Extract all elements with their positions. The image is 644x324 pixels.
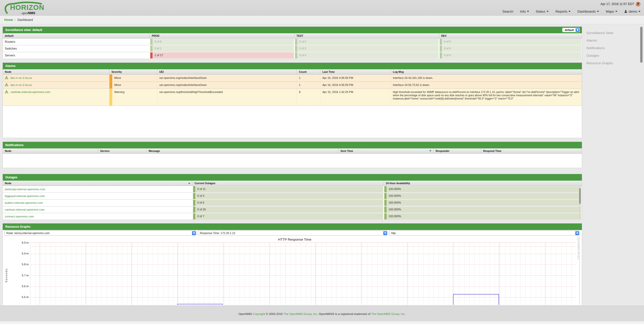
alarm-count: 8 bbox=[297, 89, 320, 106]
alarm-last-time: Apr 15, 2016 1:42:25 PM bbox=[320, 89, 391, 106]
breadcrumb-current: Dashboard bbox=[17, 18, 33, 22]
column-header-log-msg[interactable]: Log Msg bbox=[391, 69, 582, 74]
dashboard-side-nav: Surveillance View Alarms Notifications O… bbox=[586, 31, 637, 69]
surveillance-category: Servers bbox=[3, 52, 150, 59]
current-outages-cell: 0 of 11 bbox=[193, 186, 383, 192]
alarms-table-header: Node Severity UEI Count Last Time Log Ms… bbox=[3, 69, 582, 75]
sidebar-item-notifications[interactable]: Notifications bbox=[586, 46, 637, 50]
nav-info[interactable]: Info bbox=[520, 10, 529, 13]
status-cell[interactable]: 0 of 0 bbox=[440, 39, 581, 45]
window-scrollbar-thumb[interactable] bbox=[640, 27, 642, 63]
sidebar-item-outages[interactable]: Outages bbox=[586, 54, 637, 57]
sidebar-item-resource-graphs[interactable]: Resource Graphs bbox=[586, 61, 637, 65]
status-cell[interactable]: 0 of 8 bbox=[150, 39, 294, 45]
status-cell[interactable]: 0 of 0 bbox=[440, 52, 581, 58]
resource-graphs-panel-header: Resource Graphs bbox=[3, 223, 582, 230]
availability-cell: 100.000% bbox=[384, 193, 581, 199]
column-header-node[interactable]: Node bbox=[3, 181, 193, 186]
column-header-severity[interactable]: Severity bbox=[109, 69, 157, 74]
alarms-panel: Alarms Node Severity UEI Count Last Time… bbox=[3, 62, 582, 138]
outages-panel: Outages Node Current Outages 24 Hour Ava… bbox=[3, 174, 582, 220]
current-outages-cell: 0 of 3 bbox=[193, 193, 383, 199]
column-header-node[interactable]: Node bbox=[3, 148, 98, 153]
status-cell-critical[interactable]: 1 of 17 bbox=[150, 52, 294, 58]
column-header-sent-time[interactable]: Sent Time bbox=[338, 148, 434, 153]
column-header-uei[interactable]: UEI bbox=[157, 69, 297, 74]
column-header-prod[interactable]: PROD bbox=[150, 33, 294, 38]
column-header-service[interactable]: Service bbox=[98, 148, 147, 153]
notifications-panel: Notifications Node Service Message Sent … bbox=[3, 142, 582, 168]
user-icon bbox=[624, 10, 627, 13]
nav-status[interactable]: Status bbox=[536, 10, 549, 13]
surveillance-view-select[interactable]: default bbox=[562, 28, 580, 32]
node-select[interactable]: Node: kenny.internal.opennms.com bbox=[4, 231, 196, 236]
breadcrumb-separator: / bbox=[15, 18, 16, 22]
column-header-node[interactable]: Node bbox=[3, 69, 109, 74]
sidebar-item-alarms[interactable]: Alarms bbox=[586, 39, 637, 42]
outage-node-link[interactable]: connect.opennms.com bbox=[5, 215, 34, 218]
alarm-uei: uei.opennms.org/threshold/highThresholdE… bbox=[157, 89, 297, 106]
nav-maps[interactable]: Maps bbox=[606, 10, 617, 13]
opennms-horizon-logo[interactable]: HORIZON openNMS bbox=[4, 1, 46, 15]
alarm-node-link[interactable]: cartman.internal.opennms.com bbox=[11, 90, 50, 93]
opennms-group-link[interactable]: The OpenNMS Group, Inc. bbox=[371, 312, 406, 315]
notifications-panel-header: Notifications bbox=[3, 142, 582, 148]
alarm-node-link[interactable]: twc-rr-nc-2-la-ca bbox=[11, 83, 32, 86]
graph-type-select[interactable]: http bbox=[389, 231, 580, 236]
alarm-uei: uei.opennms.org/nodes/interfaceDown bbox=[157, 82, 297, 88]
resource-select[interactable]: Response Time: 172.20.1.12 bbox=[198, 231, 388, 236]
logo-title: HORIZON bbox=[10, 4, 44, 12]
select-stepper-icon bbox=[383, 231, 387, 235]
column-header-24h-availability[interactable]: 24 Hour Availability bbox=[384, 181, 582, 186]
chevron-down-icon bbox=[527, 11, 529, 12]
table-row: Switches 0 of 1 0 of 0 0 of 0 bbox=[3, 45, 582, 52]
alarm-row: twc-rr-nc-2-la-ca Minor uei.opennms.org/… bbox=[3, 82, 582, 89]
chevron-down-icon bbox=[638, 11, 640, 12]
chart-line-segment bbox=[453, 294, 499, 305]
current-outages-cell: 0 of 20 bbox=[193, 207, 383, 213]
alarm-log-msg: High threshold exceeded for SNMP datasou… bbox=[391, 89, 582, 106]
severity-color-strip bbox=[109, 75, 112, 81]
column-header-current-outages[interactable]: Current Outages bbox=[193, 181, 384, 186]
alarm-severity: Minor bbox=[114, 76, 121, 79]
y-tick: 6.0 m bbox=[5, 241, 29, 244]
notices-off-icon[interactable] bbox=[636, 2, 640, 7]
copyright-link[interactable]: Copyright bbox=[253, 312, 265, 315]
breadcrumb: Home / Dashboard bbox=[0, 16, 644, 24]
column-header-count[interactable]: Count bbox=[297, 69, 320, 74]
column-header-respond-time[interactable]: Respond Time bbox=[481, 148, 582, 153]
sidebar-item-surveillance-view[interactable]: Surveillance View bbox=[586, 31, 637, 35]
column-header-dev[interactable]: DEV bbox=[439, 33, 582, 38]
alarm-node-link[interactable]: twc-rr-nc-2-la-ca bbox=[11, 76, 32, 79]
nav-reports[interactable]: Reports bbox=[555, 10, 571, 13]
alarms-panel-header: Alarms bbox=[3, 63, 582, 69]
outage-node-link[interactable]: cartman.internal.opennms.com bbox=[5, 208, 45, 211]
nav-user-menu[interactable]: demo bbox=[624, 10, 640, 13]
nav-search[interactable]: Search bbox=[503, 10, 513, 13]
outage-node-link[interactable]: butters.internal.opennms.com bbox=[5, 201, 43, 204]
sort-descending-icon bbox=[429, 150, 431, 152]
select-stepper-icon bbox=[192, 231, 196, 235]
column-header-responder[interactable]: Responder bbox=[434, 148, 481, 153]
chart-title: HTTP Response Time bbox=[237, 238, 353, 241]
outage-node-link[interactable]: biggayal.internal.opennms.com bbox=[5, 195, 45, 198]
scrollbar-thumb[interactable] bbox=[579, 188, 581, 204]
breadcrumb-home-link[interactable]: Home bbox=[4, 18, 13, 22]
chevron-down-icon bbox=[547, 11, 549, 12]
status-cell[interactable]: 0 of 0 bbox=[440, 46, 581, 52]
severity-color-strip bbox=[109, 82, 112, 88]
status-cell[interactable]: 0 of 1 bbox=[150, 46, 294, 52]
status-cell[interactable]: 0 of 0 bbox=[295, 52, 439, 58]
status-cell[interactable]: 0 of 0 bbox=[295, 39, 439, 45]
alarm-warning-icon bbox=[5, 90, 8, 93]
outage-node-link[interactable]: barbrady.internal.opennms.com bbox=[5, 188, 45, 191]
column-header-default[interactable]: default bbox=[3, 33, 150, 38]
column-header-test[interactable]: TEST bbox=[294, 33, 439, 38]
top-header: HORIZON openNMS Apr 17, 2016 11:57 EDT S… bbox=[0, 0, 644, 16]
column-header-last-time[interactable]: Last Time bbox=[320, 69, 391, 74]
sort-ascending-icon bbox=[188, 182, 190, 184]
status-cell[interactable]: 0 of 0 bbox=[295, 46, 439, 52]
nav-dashboards[interactable]: Dashboards bbox=[577, 10, 599, 13]
column-header-message[interactable]: Message bbox=[147, 148, 338, 153]
opennms-group-link[interactable]: The OpenNMS Group, Inc. bbox=[283, 312, 318, 315]
